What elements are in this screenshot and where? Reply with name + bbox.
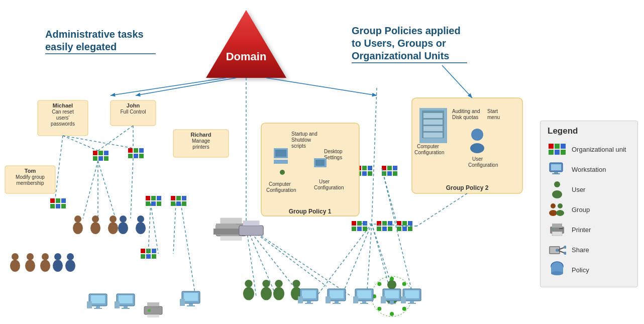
legend-item-group: Group [548, 201, 630, 218]
svg-point-5 [552, 190, 562, 198]
svg-point-20 [564, 252, 566, 255]
policy-icon [548, 262, 567, 278]
svg-point-25 [551, 271, 563, 275]
svg-rect-2 [554, 172, 558, 173]
workstation-icon [548, 161, 567, 177]
legend-item-user: User [548, 181, 630, 197]
legend-item-share: Share [548, 242, 630, 258]
svg-rect-3 [552, 173, 560, 174]
legend-item-printer: Printer [548, 222, 630, 238]
svg-rect-13 [553, 228, 555, 229]
printer-icon [548, 222, 567, 238]
svg-point-21 [556, 249, 559, 252]
svg-rect-12 [552, 232, 562, 236]
svg-point-6 [551, 203, 556, 208]
legend-item-ou: Organizational unit [548, 141, 630, 157]
svg-rect-14 [559, 228, 563, 229]
svg-point-4 [554, 181, 560, 187]
legend-item-policy: Policy [548, 262, 630, 278]
group-icon [548, 201, 567, 218]
legend-item-workstation: Workstation [548, 161, 630, 177]
share-icon [548, 242, 567, 258]
svg-point-19 [564, 246, 566, 249]
svg-rect-1 [551, 164, 561, 170]
svg-point-7 [549, 210, 557, 216]
ou-icon [548, 141, 567, 157]
legend-title: Legend [548, 126, 630, 136]
legend-panel: Legend Organizational unit Workstation [540, 121, 638, 287]
user-icon [548, 181, 567, 197]
svg-point-9 [556, 210, 564, 216]
svg-point-8 [558, 203, 563, 208]
svg-rect-11 [552, 224, 562, 228]
